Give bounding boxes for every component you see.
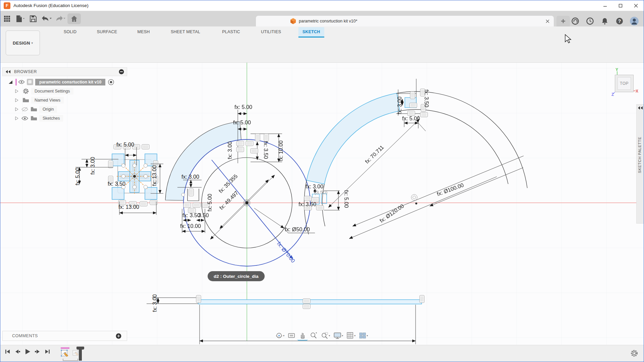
arc-center-point[interactable]	[415, 202, 417, 204]
browser-item-sketches[interactable]: Sketches	[2, 114, 127, 123]
activate-radio-icon[interactable]	[108, 79, 114, 85]
dimension-label[interactable]: fx: 10.00	[180, 223, 201, 229]
file-menu-icon[interactable]	[15, 13, 25, 24]
dropdown-caret-icon: ▾	[32, 42, 33, 45]
dimension-label[interactable]: fx: 13.00	[118, 204, 139, 210]
dimension-label[interactable]: fx: 5.00	[207, 194, 213, 212]
collapse-icon[interactable]	[638, 106, 643, 110]
document-tab[interactable]: parametric consrtuction kit v10*	[256, 16, 554, 26]
comments-bar[interactable]: COMMENTS	[2, 331, 127, 341]
expander-icon[interactable]	[15, 116, 18, 120]
dimension-label[interactable]: fx: 3.50	[182, 212, 200, 218]
dimension-label[interactable]: fx: 3.00	[227, 141, 233, 159]
maximize-button[interactable]	[613, 0, 628, 11]
zoom-window-tool[interactable]: ▾	[320, 331, 331, 340]
dimension-label[interactable]: fx: 3.00	[396, 97, 402, 114]
minimize-button[interactable]	[597, 0, 613, 11]
dimension-label[interactable]: 3.50	[198, 212, 209, 218]
dimension-label[interactable]: fx: 5.00	[402, 115, 420, 121]
job-status-clock-icon[interactable]	[585, 16, 595, 26]
dimension-label[interactable]: fx: 3.50	[263, 141, 269, 159]
eye-off-icon[interactable]	[21, 107, 29, 112]
eye-icon[interactable]	[18, 80, 25, 84]
timeline-feature-sketch-active[interactable]	[61, 347, 69, 359]
dropdown-caret-icon: ▾	[354, 334, 356, 337]
dimension-label[interactable]: fx: 5.00	[234, 104, 252, 110]
timeline-marker-stem[interactable]	[79, 347, 82, 361]
dimension-label[interactable]: fx: 3.00	[306, 183, 323, 189]
look-at-tool[interactable]	[286, 331, 297, 340]
timeline-bar	[0, 345, 644, 362]
tab-utilities[interactable]: UTILITIES	[257, 27, 285, 37]
canvas[interactable]: fx: 3.50 fx: 5.00 fx: 3.00 fx: 5.00 fx: …	[0, 63, 644, 346]
dimension-label[interactable]: fx: 13.00	[151, 165, 157, 186]
expander-icon[interactable]	[15, 89, 18, 93]
document-cube-icon	[290, 18, 296, 24]
add-comment-icon[interactable]	[116, 333, 121, 339]
dimension-label[interactable]: fx: 3.50	[424, 89, 430, 107]
dimension-label[interactable]: fx: 5.00	[233, 119, 251, 125]
browser-title: BROWSER	[14, 69, 37, 74]
window-title: Autodesk Fusion (Education License)	[13, 3, 89, 8]
dimension-label[interactable]: fx: 5.00	[116, 141, 134, 147]
dimension-label[interactable]: fx: 3.50	[299, 201, 316, 207]
tab-sketch[interactable]: SKETCH	[299, 27, 324, 38]
browser-item-named-views[interactable]: Named Views	[2, 96, 127, 105]
help-icon[interactable]: ?	[615, 16, 624, 26]
go-to-end-icon[interactable]	[44, 348, 51, 355]
step-back-icon[interactable]	[14, 348, 21, 355]
sketch-palette-collapsed[interactable]: SKETCH PALETTE	[636, 104, 644, 224]
zoom-tool[interactable]	[309, 331, 319, 340]
dimension-label[interactable]: fx: 3.00	[152, 294, 158, 312]
tab-mesh[interactable]: MESH	[133, 27, 154, 37]
app-grid-icon[interactable]	[4, 13, 10, 24]
dimension-label[interactable]: fx: 10.00	[278, 140, 284, 161]
redo-icon[interactable]	[54, 13, 66, 24]
pan-tool[interactable]	[298, 330, 308, 341]
notifications-bell-icon[interactable]	[600, 16, 609, 26]
home-icon[interactable]	[67, 13, 81, 24]
expander-icon[interactable]	[15, 107, 18, 111]
design-workspace-dropdown[interactable]: DESIGN ▾	[6, 31, 40, 55]
orbit-tool[interactable]: ▾	[274, 331, 285, 340]
dimension-label[interactable]: fx: 3.00	[90, 157, 96, 175]
undo-icon[interactable]	[41, 13, 53, 24]
tab-sheet-metal[interactable]: SHEET METAL	[167, 27, 204, 37]
reference-dimension-label[interactable]: (3.50)	[314, 189, 327, 195]
document-tab-title: parametric consrtuction kit v10*	[299, 19, 357, 23]
browser-item-document-settings[interactable]: Document Settings	[2, 86, 127, 96]
tab-plastic[interactable]: PLASTIC	[218, 27, 244, 37]
origin-point[interactable]	[246, 201, 249, 204]
viewports-tool[interactable]: ▾	[358, 331, 369, 340]
profile-avatar[interactable]	[630, 16, 639, 26]
display-settings-tool[interactable]: ▾	[332, 331, 344, 340]
dimension-label[interactable]: fx: 5.00	[343, 190, 350, 208]
viewcube[interactable]: Y TOP X Z	[611, 65, 643, 99]
document-close-icon[interactable]	[544, 18, 550, 24]
dimension-label[interactable]: fx: 3.00	[181, 174, 199, 180]
step-forward-icon[interactable]	[34, 348, 41, 355]
new-document-tab-icon[interactable]	[556, 16, 570, 26]
hub-icon[interactable]	[571, 16, 580, 26]
dimension-label[interactable]: fx: Ø50.00	[285, 226, 310, 232]
dimension-label[interactable]: fx: 5.00	[74, 168, 80, 185]
timeline-settings-gear-icon[interactable]	[630, 349, 638, 357]
svg-text:?: ?	[618, 18, 621, 24]
expander-icon[interactable]	[15, 98, 18, 102]
minus-circle-icon[interactable]	[119, 69, 124, 74]
dimension-label[interactable]: fx: 3.50	[108, 181, 125, 187]
grid-settings-tool[interactable]: ▾	[345, 331, 357, 340]
play-icon[interactable]	[24, 348, 31, 355]
tab-solid[interactable]: SOLID	[60, 27, 81, 37]
expander-icon[interactable]	[8, 80, 13, 84]
close-button[interactable]	[628, 0, 644, 11]
eye-icon[interactable]	[21, 116, 29, 121]
tab-surface[interactable]: SURFACE	[93, 27, 121, 37]
browser-root-row[interactable]: parametric consrtuction kit v10	[2, 77, 127, 86]
collapse-icon[interactable]	[5, 70, 11, 74]
go-to-start-icon[interactable]	[4, 348, 11, 355]
browser-root-label[interactable]: parametric consrtuction kit v10	[35, 79, 105, 85]
browser-header[interactable]: BROWSER	[2, 67, 127, 76]
save-icon[interactable]	[29, 13, 37, 24]
browser-item-origin[interactable]: Origin	[2, 105, 127, 114]
